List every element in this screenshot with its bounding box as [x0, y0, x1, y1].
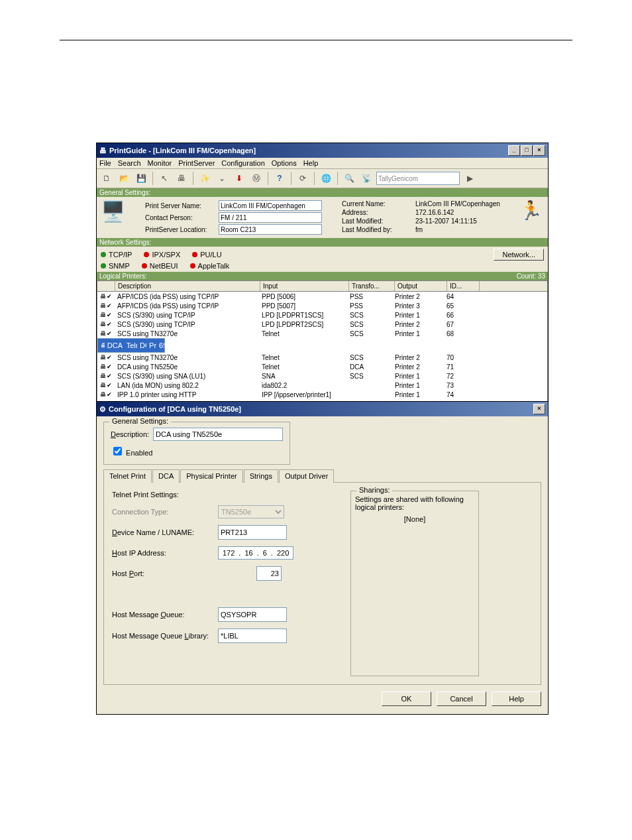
menu-options[interactable]: Options	[272, 159, 297, 167]
row-description: AFP/ICDS (ida PSS) using TCP/IP	[115, 302, 259, 310]
table-row[interactable]: 🖶✔DCA using TN5250eTelnetDCAPrinter 271	[97, 362, 547, 371]
psl-field[interactable]	[219, 224, 322, 235]
status-row-icon: ✔	[107, 391, 112, 398]
row-output: Printer 1	[392, 391, 444, 398]
table-row[interactable]: 🖶✔SCS using TN3270eTelnetSCSPrinter 168	[97, 329, 547, 338]
maximize-button[interactable]: □	[521, 145, 533, 156]
printer-row-icon: 🖶	[100, 330, 106, 337]
col-output[interactable]: Output	[395, 281, 447, 291]
col-id[interactable]: ID...	[447, 281, 480, 291]
table-row[interactable]: 🖶✔LAN (ida MON) using 802.2ida802.2Print…	[97, 381, 547, 390]
running-man-icon: 🏃	[519, 200, 543, 221]
row-input: PPD [5007]	[259, 302, 347, 310]
help-button[interactable]: Help	[492, 691, 541, 706]
help-icon[interactable]: ?	[272, 171, 287, 186]
psn-field[interactable]	[219, 200, 322, 211]
menu-search[interactable]: Search	[118, 159, 141, 167]
menu-monitor[interactable]: Monitor	[148, 159, 172, 167]
wizard-icon[interactable]: ✨	[197, 171, 212, 186]
col-input[interactable]: Input	[260, 281, 349, 291]
printer-row-icon: 🖶	[100, 302, 106, 309]
new-icon[interactable]: 🗋	[99, 171, 114, 186]
table-row[interactable]: 🖶✔SCS (S/390) using TCP/IPLPD [LPDPRT2SC…	[97, 320, 547, 329]
menu-file[interactable]: File	[99, 159, 111, 167]
row-output: Printer 2	[392, 321, 444, 328]
row-id: 66	[444, 312, 476, 319]
printer-row-icon: 🖶	[100, 354, 106, 361]
menu-printserver[interactable]: PrintServer	[178, 159, 215, 167]
connection-type-select[interactable]: TN5250e	[218, 505, 284, 518]
menu-help[interactable]: Help	[303, 159, 319, 167]
network-button[interactable]: Network...	[494, 249, 544, 261]
antenna-icon[interactable]: 📡	[359, 171, 374, 186]
sharings-none: [None]	[355, 515, 474, 523]
host-port-field[interactable]	[256, 566, 282, 581]
tab-bar: Telnet Print DCA Physical Printer String…	[103, 469, 541, 482]
cursor-icon[interactable]: ↖	[157, 171, 172, 186]
cp-field[interactable]	[219, 212, 322, 223]
proto-snmp: SNMP	[101, 262, 130, 270]
dialog-close-button[interactable]: ×	[533, 404, 545, 414]
proto-netbeui: NetBEUI	[142, 262, 178, 270]
table-row[interactable]: 🖶✔IPP 1.0 printer using HTTPIPP [/ippser…	[97, 390, 547, 399]
funnel-icon[interactable]: ⌄	[215, 171, 229, 186]
magnify-icon[interactable]: 🔍	[342, 171, 356, 186]
menu-bar: File Search Monitor PrintServer Configur…	[97, 158, 548, 169]
hmql-field[interactable]	[218, 629, 287, 643]
close-button[interactable]: ×	[533, 145, 545, 156]
host-ip-field[interactable]: 172.16.6.220	[218, 546, 293, 560]
host-port-label: Host Port:	[112, 570, 218, 577]
refresh-icon[interactable]: ⟳	[295, 171, 310, 186]
sharings-text: Settings are shared with following logic…	[355, 495, 474, 511]
printer-icon[interactable]: 🖶	[174, 171, 189, 186]
status-row-icon: ✔	[107, 312, 112, 318]
window-title: PrintGuide - [LinkCom III FM/Copenhagen]	[109, 147, 256, 154]
enabled-checkbox[interactable]: Enabled	[111, 449, 152, 457]
description-field[interactable]	[153, 428, 283, 441]
ok-button[interactable]: OK	[382, 691, 431, 706]
app-icon: 🖶	[99, 147, 107, 154]
gs-legend: General Settings:	[109, 417, 171, 425]
status-row-icon: ✔	[107, 321, 112, 328]
dialog-title-bar: ⚙Configuration of [DCA using TN5250e] ×	[97, 402, 548, 416]
tab-output-driver[interactable]: Output Driver	[279, 469, 334, 483]
toolbar-search[interactable]	[376, 172, 460, 185]
globe-icon[interactable]: 🌐	[319, 171, 333, 186]
col-transfo[interactable]: Transfo...	[349, 281, 395, 291]
row-id: 72	[444, 373, 476, 380]
table-row[interactable]: 🖶✔AFP/ICDS (ida PSS) using TCP/IPPPD [50…	[97, 292, 547, 301]
minimize-button[interactable]: _	[508, 145, 520, 156]
description-label: Description:	[111, 430, 149, 438]
tab-physical-printer[interactable]: Physical Printer	[180, 469, 242, 483]
download-icon[interactable]: ⬇	[232, 171, 246, 186]
open-icon[interactable]: 📂	[117, 171, 131, 186]
binoculars-icon[interactable]: Ⓜ	[249, 171, 264, 186]
row-output: Printer 3	[392, 302, 444, 310]
table-row[interactable]: 🖶✔DCA using TN5250eTelnetDCAPrinter 169	[97, 338, 165, 353]
row-output: Printer 2	[392, 363, 444, 371]
go-icon[interactable]: ▶	[462, 171, 477, 186]
save-icon[interactable]: 💾	[134, 171, 148, 186]
hmq-label: Host Message Queue:	[112, 611, 218, 619]
addr-label: Address:	[342, 209, 411, 216]
tab-telnet-print[interactable]: Telnet Print	[103, 469, 152, 483]
psl-label: PrintServer Location:	[145, 226, 215, 233]
table-row[interactable]: 🖶✔SCS (S/390) using SNA (LU1)SNASCSPrint…	[97, 371, 547, 381]
gear-icon: ⚙	[99, 405, 106, 414]
table-row[interactable]: 🖶✔SCS (S/390) using TCP/IPLPD [LPDPRT1SC…	[97, 310, 547, 320]
row-id: 70	[444, 354, 476, 361]
table-row[interactable]: 🖶✔SCS using TN3270eTelnetSCSPrinter 270	[97, 353, 547, 362]
network-settings-header: Network Settings:	[97, 238, 548, 247]
general-settings-group: General Settings: Description: Enabled	[103, 422, 290, 465]
device-name-field[interactable]	[218, 525, 287, 540]
status-row-icon: ✔	[107, 354, 112, 361]
hmq-field[interactable]	[218, 607, 287, 622]
tab-dca[interactable]: DCA	[152, 469, 180, 483]
tps-label: Telnet Print Settings:	[112, 491, 331, 499]
cancel-button[interactable]: Cancel	[437, 691, 486, 706]
table-row[interactable]: 🖶✔AFP/ICDS (ida PSS) using TCP/IPPPD [50…	[97, 301, 547, 310]
menu-configuration[interactable]: Configuration	[221, 159, 264, 167]
col-description[interactable]: Description	[115, 281, 260, 291]
tab-strings[interactable]: Strings	[244, 469, 278, 483]
sharings-group: Sharings: Settings are shared with follo…	[350, 491, 479, 676]
